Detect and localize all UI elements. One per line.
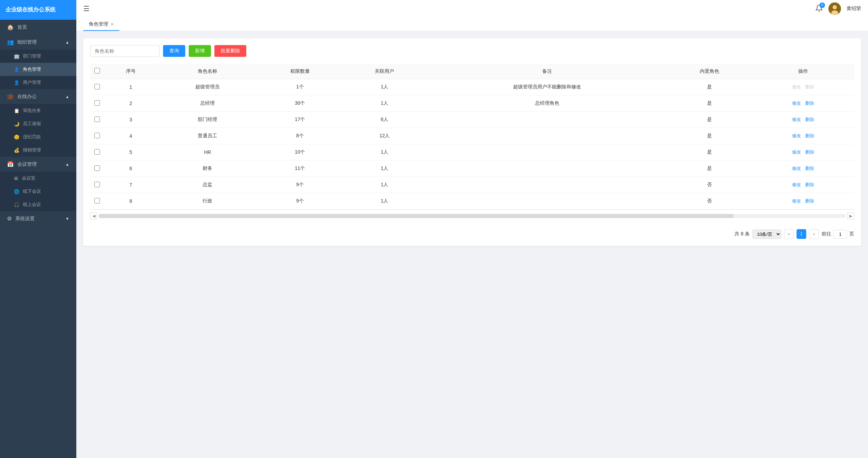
page-size-select[interactable]: 10条/页 20条/页 50条/页: [752, 230, 781, 239]
row-checkbox[interactable]: [94, 198, 100, 204]
delete-button[interactable]: 删除: [804, 165, 816, 172]
table-wrapper: 序号 角色名称 权限数量 关联用户 备注 内置角色 操作 1 超级管理员 1个: [90, 64, 854, 209]
office-section: 📋 审批任务 🌙 员工请假 😐 违纪罚款 💰 报销管理: [0, 104, 76, 157]
row-checkbox-cell: [90, 79, 104, 95]
row-permissions: 10个: [258, 144, 342, 161]
delete-button[interactable]: 删除: [804, 132, 816, 140]
table-scroll-bar: ◀ ▶: [90, 209, 854, 222]
row-remark: [427, 177, 667, 193]
page-1-button[interactable]: 1: [797, 229, 806, 239]
sidebar-item-system-label: 系统设置: [15, 216, 35, 222]
sidebar-item-approval[interactable]: 📋 审批任务: [0, 104, 76, 117]
row-builtin: 是: [667, 161, 752, 177]
delete-button[interactable]: 删除: [804, 116, 816, 123]
table-row: 4 普通员工 8个 12人 是 修改 删除: [90, 128, 854, 144]
meeting-arrow-icon: ▲: [65, 162, 69, 167]
sidebar-item-user[interactable]: 👤 用户管理: [0, 76, 76, 89]
row-users: 1人: [342, 144, 427, 161]
sidebar-item-dept[interactable]: 🏢 部门管理: [0, 50, 76, 63]
sidebar-item-reimbursement-label: 报销管理: [23, 147, 41, 153]
row-actions: 修改 删除: [752, 128, 854, 144]
row-permissions: 30个: [258, 95, 342, 112]
user-name[interactable]: 黄绍荣: [846, 6, 861, 12]
row-checkbox[interactable]: [94, 182, 100, 187]
row-name: HR: [158, 144, 258, 161]
office-arrow-icon: ▲: [65, 94, 69, 99]
tab-label: 角色管理: [89, 21, 108, 27]
next-page-button[interactable]: ›: [809, 229, 819, 239]
header-builtin: 内置角色: [667, 64, 752, 79]
scroll-right-button[interactable]: ▶: [847, 213, 854, 219]
sidebar-item-home[interactable]: 🏠 首页: [0, 20, 76, 35]
row-checkbox[interactable]: [94, 116, 100, 122]
tab-role-management[interactable]: 角色管理 ✕: [83, 18, 119, 31]
hamburger-button[interactable]: ☰: [83, 5, 90, 13]
notification-button[interactable]: 0: [815, 5, 823, 13]
row-actions: 修改 删除: [752, 79, 854, 95]
row-builtin: 是: [667, 128, 752, 144]
sidebar-item-system[interactable]: ⚙ 系统设置 ▼: [0, 211, 76, 226]
offline-icon: 🌐: [14, 189, 19, 194]
edit-button[interactable]: 修改: [791, 165, 802, 172]
goto-input[interactable]: [833, 230, 847, 239]
row-checkbox[interactable]: [94, 149, 100, 155]
sidebar-item-online-label: 线上会议: [23, 201, 41, 208]
sidebar-item-office[interactable]: 💼 在线办公 ▲: [0, 89, 76, 104]
avatar[interactable]: [828, 2, 841, 15]
edit-button[interactable]: 修改: [791, 148, 802, 156]
toolbar: 查询 新增 批量删除: [90, 45, 854, 57]
table-row: 3 部门经理 17个 6人 是 修改 删除: [90, 112, 854, 128]
penalty-icon: 😐: [14, 135, 19, 140]
delete-button[interactable]: 删除: [804, 148, 816, 156]
table-row: 8 行政 9个 1人 否 修改 删除: [90, 193, 854, 209]
row-builtin: 是: [667, 144, 752, 161]
sidebar-item-penalty[interactable]: 😐 违纪罚款: [0, 130, 76, 144]
edit-button[interactable]: 修改: [791, 132, 802, 140]
office-icon: 💼: [7, 93, 14, 100]
dept-icon: 🏢: [14, 54, 19, 59]
edit-button: 修改: [791, 83, 802, 91]
sidebar-item-home-label: 首页: [17, 24, 27, 31]
edit-button[interactable]: 修改: [791, 116, 802, 123]
row-checkbox[interactable]: [94, 165, 100, 171]
delete-button[interactable]: 删除: [804, 197, 816, 205]
sidebar-item-reimbursement[interactable]: 💰 报销管理: [0, 144, 76, 157]
delete-button[interactable]: 删除: [804, 100, 816, 107]
sidebar-item-role[interactable]: 👤 角色管理: [0, 63, 76, 76]
row-checkbox[interactable]: [94, 84, 100, 89]
tab-close-button[interactable]: ✕: [110, 22, 114, 27]
row-checkbox-cell: [90, 144, 104, 161]
row-checkbox[interactable]: [94, 133, 100, 138]
sidebar-item-online[interactable]: 🎧 线上会议: [0, 198, 76, 211]
row-remark: [427, 161, 667, 177]
delete-button[interactable]: 删除: [804, 181, 816, 189]
sidebar-item-meeting[interactable]: 📅 会议管理 ▲: [0, 157, 76, 172]
search-input[interactable]: [90, 45, 160, 57]
row-checkbox-cell: [90, 193, 104, 209]
sidebar-item-leave[interactable]: 🌙 员工请假: [0, 117, 76, 130]
edit-button[interactable]: 修改: [791, 181, 802, 189]
row-permissions: 9个: [258, 193, 342, 209]
user-icon: 👤: [14, 80, 19, 85]
batch-delete-button[interactable]: 批量删除: [214, 45, 246, 57]
row-checkbox[interactable]: [94, 100, 100, 106]
approval-icon: 📋: [14, 108, 19, 113]
sidebar-item-room[interactable]: 🏛 会议室: [0, 172, 76, 185]
sidebar-item-org[interactable]: 👥 组织管理 ▲: [0, 35, 76, 50]
row-name: 普通员工: [158, 128, 258, 144]
header-right: 0 黄绍荣: [815, 2, 861, 15]
select-all-checkbox[interactable]: [94, 68, 100, 74]
edit-button[interactable]: 修改: [791, 100, 802, 107]
sidebar-item-user-label: 用户管理: [23, 79, 41, 86]
row-users: 1人: [342, 193, 427, 209]
scroll-left-button[interactable]: ◀: [90, 213, 97, 219]
table-row: 6 财务 11个 1人 是 修改 删除: [90, 161, 854, 177]
edit-button[interactable]: 修改: [791, 197, 802, 205]
add-button[interactable]: 新增: [189, 45, 211, 57]
scroll-track[interactable]: [99, 214, 846, 218]
sidebar-item-offline[interactable]: 🌐 线下会议: [0, 185, 76, 198]
prev-page-button[interactable]: ‹: [784, 229, 794, 239]
tab-bar: 角色管理 ✕: [76, 17, 868, 31]
row-actions: 修改 删除: [752, 112, 854, 128]
query-button[interactable]: 查询: [163, 45, 185, 57]
